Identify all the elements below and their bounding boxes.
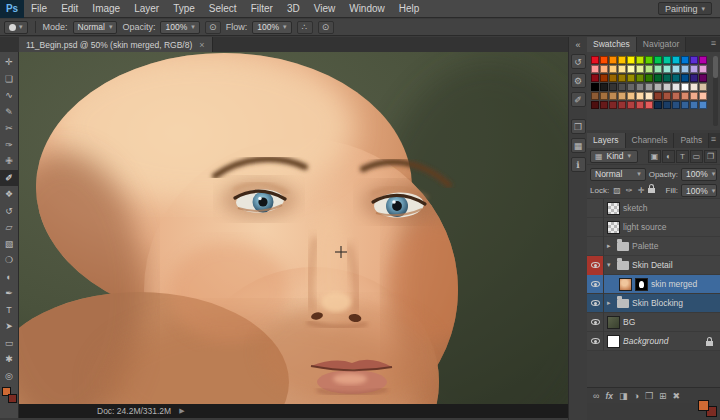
- swatch-23[interactable]: [681, 65, 689, 73]
- menu-item-edit[interactable]: Edit: [54, 0, 85, 18]
- adjustment-layer-icon[interactable]: ◑: [634, 391, 639, 401]
- swatch-65[interactable]: [591, 101, 599, 109]
- shape-tool[interactable]: ▭: [0, 335, 19, 352]
- swatch-48[interactable]: [672, 83, 680, 91]
- history-brush-tool[interactable]: ↺: [0, 203, 19, 220]
- layer-fill-input[interactable]: 100% ▾: [681, 184, 717, 197]
- swatch-62[interactable]: [681, 92, 689, 100]
- layer-row-background[interactable]: Background: [587, 332, 720, 351]
- status-arrow-icon[interactable]: ▶: [179, 407, 184, 415]
- swatch-72[interactable]: [654, 101, 662, 109]
- swatch-7[interactable]: [654, 56, 662, 64]
- swatch-39[interactable]: [591, 83, 599, 91]
- close-icon[interactable]: ×: [199, 40, 204, 50]
- swatch-8[interactable]: [663, 56, 671, 64]
- panel-menu-icon[interactable]: ≡: [711, 38, 716, 48]
- swatch-73[interactable]: [663, 101, 671, 109]
- swatch-45[interactable]: [645, 83, 653, 91]
- clone-stamp-tool[interactable]: ❖: [0, 186, 19, 203]
- type-tool[interactable]: T: [0, 302, 19, 319]
- tablet-pressure-opacity-icon[interactable]: ⊙: [205, 21, 221, 34]
- swatch-17[interactable]: [627, 65, 635, 73]
- menu-item-layer[interactable]: Layer: [127, 0, 166, 18]
- swatch-37[interactable]: [690, 74, 698, 82]
- swatch-25[interactable]: [699, 65, 707, 73]
- swatch-16[interactable]: [618, 65, 626, 73]
- swatch-0[interactable]: [591, 56, 599, 64]
- document-tab[interactable]: 11_Begin.psd @ 50% (skin merged, RGB/8) …: [19, 37, 213, 52]
- swatch-31[interactable]: [636, 74, 644, 82]
- swatch-69[interactable]: [627, 101, 635, 109]
- swatch-38[interactable]: [699, 74, 707, 82]
- lock-position-icon[interactable]: ✛: [636, 186, 646, 195]
- menu-item-image[interactable]: Image: [85, 0, 127, 18]
- filter-adjustment-layers-icon[interactable]: ◐: [662, 150, 675, 163]
- swatch-40[interactable]: [600, 83, 608, 91]
- hand-tool[interactable]: ✱: [0, 351, 19, 368]
- swatch-61[interactable]: [672, 92, 680, 100]
- swatch-66[interactable]: [600, 101, 608, 109]
- swatch-52[interactable]: [591, 92, 599, 100]
- menu-item-window[interactable]: Window: [342, 0, 392, 18]
- brush-preset-picker[interactable]: ▾: [4, 21, 28, 34]
- filter-shape-layers-icon[interactable]: ▭: [690, 150, 703, 163]
- add-layer-mask-icon[interactable]: ◨: [619, 391, 628, 401]
- lock-image-pixels-icon[interactable]: ✑: [624, 186, 634, 195]
- swatch-30[interactable]: [627, 74, 635, 82]
- visibility-toggle[interactable]: [587, 294, 604, 313]
- properties-panel-icon[interactable]: ⚙: [571, 73, 586, 88]
- airbrush-icon[interactable]: ∴: [297, 21, 313, 34]
- filter-type-layers-icon[interactable]: T: [676, 150, 689, 163]
- swatch-55[interactable]: [618, 92, 626, 100]
- visibility-toggle[interactable]: [587, 313, 604, 332]
- swatch-54[interactable]: [609, 92, 617, 100]
- swatch-29[interactable]: [618, 74, 626, 82]
- swatch-76[interactable]: [690, 101, 698, 109]
- visibility-toggle[interactable]: [587, 237, 604, 256]
- disclosure-triangle[interactable]: ▸: [607, 242, 614, 250]
- clone-source-panel-icon[interactable]: ❐: [571, 119, 586, 134]
- swatch-50[interactable]: [690, 83, 698, 91]
- lock-transparent-pixels-icon[interactable]: ▨: [612, 186, 622, 195]
- swatch-6[interactable]: [645, 56, 653, 64]
- disclosure-triangle[interactable]: ▾: [607, 261, 614, 269]
- menu-item-view[interactable]: View: [307, 0, 343, 18]
- tab-navigator[interactable]: Navigator: [637, 37, 686, 52]
- swatch-28[interactable]: [609, 74, 617, 82]
- swatch-60[interactable]: [663, 92, 671, 100]
- collapse-panels-icon[interactable]: «: [571, 40, 586, 50]
- eraser-tool[interactable]: ▱: [0, 219, 19, 236]
- disclosure-triangle[interactable]: ▸: [607, 299, 614, 307]
- menu-item-type[interactable]: Type: [166, 0, 202, 18]
- swatch-18[interactable]: [636, 65, 644, 73]
- swatch-58[interactable]: [645, 92, 653, 100]
- canvas[interactable]: [19, 52, 568, 404]
- eyedropper-tool[interactable]: ✑: [0, 137, 19, 154]
- swatch-63[interactable]: [690, 92, 698, 100]
- crop-tool[interactable]: ✂: [0, 120, 19, 137]
- layer-row-skin-detail[interactable]: ▾Skin Detail: [587, 256, 720, 275]
- history-panel-icon[interactable]: ↺: [571, 54, 586, 69]
- swatch-21[interactable]: [663, 65, 671, 73]
- swatch-59[interactable]: [654, 92, 662, 100]
- swatch-71[interactable]: [645, 101, 653, 109]
- swatch-3[interactable]: [618, 56, 626, 64]
- new-layer-icon[interactable]: ⊞: [659, 391, 667, 401]
- path-selection-tool[interactable]: ➤: [0, 318, 19, 335]
- swatch-57[interactable]: [636, 92, 644, 100]
- pen-tool[interactable]: ✒: [0, 285, 19, 302]
- swatch-13[interactable]: [591, 65, 599, 73]
- tab-channels[interactable]: Channels: [626, 133, 675, 148]
- swatch-56[interactable]: [627, 92, 635, 100]
- layer-blend-mode-select[interactable]: Normal ▾: [590, 168, 646, 181]
- gradient-tool[interactable]: ▧: [0, 236, 19, 253]
- layer-row-skin-merged[interactable]: skin merged: [587, 275, 720, 294]
- swatch-47[interactable]: [663, 83, 671, 91]
- paint-mode-select[interactable]: Normal ▾: [73, 21, 118, 34]
- color-panel-icon[interactable]: ▦: [571, 138, 586, 153]
- dodge-tool[interactable]: ◐: [0, 269, 19, 286]
- blur-tool[interactable]: ❍: [0, 252, 19, 269]
- swatch-33[interactable]: [654, 74, 662, 82]
- swatch-4[interactable]: [627, 56, 635, 64]
- swatch-49[interactable]: [681, 83, 689, 91]
